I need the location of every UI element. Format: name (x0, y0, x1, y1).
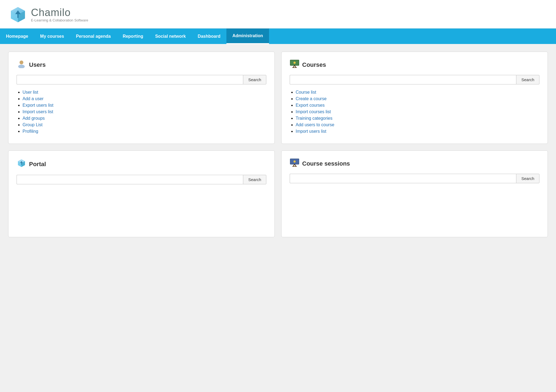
users-search-input[interactable] (17, 75, 243, 84)
list-item: Add users to course (296, 122, 539, 127)
portal-panel: Portal Search (8, 150, 275, 237)
courses-panel: Courses Search Course list Create a cour… (281, 52, 548, 144)
courses-links-list: Course list Create a course Export cours… (290, 90, 539, 134)
chamilo-logo-icon (8, 5, 28, 24)
svg-point-12 (293, 62, 296, 64)
portal-search-button[interactable]: Search (243, 175, 266, 184)
users-panel-header: Users (17, 59, 266, 70)
import-users-list-link[interactable]: Import users list (23, 109, 53, 114)
list-item: Add groups (23, 116, 266, 121)
nav-item-my-courses[interactable]: My courses (34, 29, 70, 44)
users-icon (17, 59, 26, 70)
nav-item-reporting[interactable]: Reporting (117, 29, 149, 44)
users-panel-title: Users (29, 61, 46, 68)
portal-panel-title: Portal (29, 161, 46, 168)
list-item: Add a user (23, 96, 266, 101)
add-users-to-course-link[interactable]: Add users to course (296, 122, 334, 127)
svg-line-9 (293, 65, 295, 68)
svg-point-23 (293, 160, 296, 163)
svg-line-10 (295, 65, 296, 68)
list-item: User list (23, 90, 266, 95)
logo-area: Chamilo E-Learning & Collaboration Softw… (8, 5, 548, 24)
course-sessions-search-row: Search (290, 174, 539, 183)
courses-search-button[interactable]: Search (516, 75, 539, 84)
logo-title: Chamilo (31, 7, 88, 18)
list-item: Export courses (296, 103, 539, 108)
list-item: Create a course (296, 96, 539, 101)
export-users-list-link[interactable]: Export users list (23, 103, 53, 108)
group-list-link[interactable]: Group List (23, 122, 43, 127)
svg-line-21 (295, 164, 296, 166)
add-groups-link[interactable]: Add groups (23, 116, 45, 121)
list-item: Import users list (23, 109, 266, 114)
portal-panel-header: Portal (17, 158, 266, 170)
list-item: Course list (296, 90, 539, 95)
main-nav: Homepage My courses Personal agenda Repo… (0, 29, 556, 44)
logo-text: Chamilo E-Learning & Collaboration Softw… (31, 7, 88, 22)
portal-search-input[interactable] (17, 175, 243, 184)
courses-search-row: Search (290, 75, 539, 84)
svg-point-5 (20, 61, 23, 64)
nav-item-personal-agenda[interactable]: Personal agenda (70, 29, 117, 44)
svg-point-6 (18, 65, 25, 68)
list-item: Group List (23, 122, 266, 127)
nav-item-homepage[interactable]: Homepage (0, 29, 34, 44)
svg-line-20 (293, 164, 295, 166)
users-search-row: Search (17, 75, 266, 84)
nav-item-dashboard[interactable]: Dashboard (192, 29, 226, 44)
nav-item-social-network[interactable]: Social network (149, 29, 192, 44)
list-item: Profiling (23, 129, 266, 134)
import-users-list-courses-link[interactable]: Import users list (296, 129, 326, 134)
export-courses-link[interactable]: Export courses (296, 103, 325, 108)
course-sessions-search-button[interactable]: Search (516, 174, 539, 183)
users-panel: Users Search User list Add a user Export… (8, 52, 275, 144)
logo-subtitle: E-Learning & Collaboration Software (31, 18, 88, 22)
course-sessions-icon (290, 158, 299, 169)
portal-icon (17, 158, 26, 170)
main-content: Users Search User list Add a user Export… (0, 44, 556, 245)
courses-search-input[interactable] (290, 75, 516, 84)
course-sessions-panel-title: Course sessions (302, 160, 350, 167)
panels-grid: Users Search User list Add a user Export… (8, 52, 548, 237)
create-course-link[interactable]: Create a course (296, 96, 327, 101)
training-categories-link[interactable]: Training categories (296, 116, 332, 121)
courses-panel-header: Courses (290, 59, 539, 70)
site-header: Chamilo E-Learning & Collaboration Softw… (0, 0, 556, 29)
course-sessions-search-input[interactable] (290, 174, 516, 183)
import-courses-list-link[interactable]: Import courses list (296, 109, 331, 114)
nav-item-administration[interactable]: Administration (226, 29, 269, 44)
course-list-link[interactable]: Course list (296, 90, 316, 94)
user-list-link[interactable]: User list (23, 90, 38, 94)
add-user-link[interactable]: Add a user (23, 96, 43, 101)
courses-panel-title: Courses (302, 61, 326, 68)
users-search-button[interactable]: Search (243, 75, 266, 84)
courses-icon (290, 59, 299, 70)
profiling-link[interactable]: Profiling (23, 129, 38, 134)
course-sessions-panel: Course sessions Search (281, 150, 548, 237)
course-sessions-panel-header: Course sessions (290, 158, 539, 169)
list-item: Import courses list (296, 109, 539, 114)
list-item: Training categories (296, 116, 539, 121)
list-item: Import users list (296, 129, 539, 134)
portal-search-row: Search (17, 175, 266, 184)
users-links-list: User list Add a user Export users list I… (17, 90, 266, 134)
list-item: Export users list (23, 103, 266, 108)
